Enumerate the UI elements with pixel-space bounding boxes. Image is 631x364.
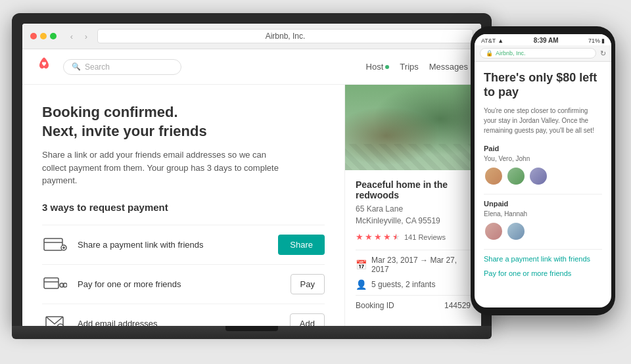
phone-main-title: There's only $80 left to pay	[484, 71, 602, 99]
host-online-dot	[385, 65, 389, 69]
trips-nav-item[interactable]: Trips	[400, 62, 418, 72]
phone-divider-2	[484, 249, 602, 250]
pay-friends-label: Pay for one or more friends	[78, 279, 291, 289]
calendar-icon: 📅	[356, 260, 366, 270]
star-rating: ★ ★ ★ ★ ★★ 141 Reviews	[356, 232, 471, 242]
messages-nav-item[interactable]: Messages	[429, 62, 468, 72]
phone-battery: 71% ▮	[588, 37, 605, 44]
minimize-button[interactable]	[40, 33, 47, 39]
avatar-john	[528, 166, 548, 186]
property-address: 65 Kara Lane McKinleyville, CA 95519	[356, 203, 471, 227]
host-nav-item[interactable]: Host	[366, 62, 390, 72]
unpaid-avatars	[484, 221, 602, 241]
phone-screen: AT&T ▲ 8:39 AM 71% ▮ 🔒 Airbnb, Inc. ↻	[475, 34, 611, 307]
search-placeholder: Search	[85, 62, 110, 72]
date-detail: 📅 Mar 23, 2017 → Mar 27, 2017	[356, 256, 471, 274]
maximize-button[interactable]	[50, 33, 57, 39]
star-4: ★	[383, 232, 391, 242]
lock-icon: 🔒	[486, 50, 493, 57]
airbnb-logo-icon[interactable]	[35, 56, 53, 78]
phone-browser-bar: 🔒 Airbnb, Inc. ↻	[475, 45, 611, 62]
payment-option-share: Share a payment link with friends Share	[42, 225, 325, 264]
share-button[interactable]: Share	[278, 235, 325, 255]
property-info: Peaceful home in the redwoods 65 Kara La…	[345, 170, 481, 319]
paid-avatars	[484, 166, 602, 186]
browser-chrome: ‹ › Airbnb, Inc.	[22, 24, 481, 49]
phone-pay-link[interactable]: Pay for one or more friends	[484, 269, 602, 277]
payment-option-email: Add email addresses Add	[42, 304, 325, 326]
payment-link-icon	[42, 235, 68, 254]
property-image	[345, 85, 481, 170]
pay-friends-icon	[42, 274, 68, 294]
battery-icon: ▮	[601, 37, 605, 44]
phone-url-bar[interactable]: 🔒 Airbnb, Inc.	[480, 48, 596, 58]
back-button[interactable]: ‹	[66, 30, 78, 42]
add-button[interactable]: Add	[290, 313, 325, 326]
paid-label: Paid	[484, 145, 602, 152]
phone-share-link[interactable]: Share a payment link with friends	[484, 255, 602, 263]
phone-url-text: Airbnb, Inc.	[496, 50, 526, 57]
browser-content: Booking confirmed. Next, invite your fri…	[22, 85, 481, 326]
ways-to-pay-title: 3 ways to request payment	[42, 202, 325, 213]
right-panel: Peaceful home in the redwoods 65 Kara La…	[344, 85, 481, 326]
share-link-label: Share a payment link with friends	[78, 240, 278, 250]
booking-description: Share a link or add your friends email a…	[42, 148, 292, 187]
refresh-icon[interactable]: ↻	[600, 49, 606, 58]
traffic-lights	[30, 33, 57, 39]
avatar-you	[484, 166, 503, 186]
phone-carrier: AT&T ▲	[481, 37, 503, 44]
phone-content: There's only $80 left to pay You're one …	[475, 62, 611, 307]
close-button[interactable]	[30, 33, 37, 39]
avatar-elena	[484, 221, 503, 241]
guests-detail: 👤 5 guests, 2 infants	[356, 279, 471, 290]
forward-button[interactable]: ›	[80, 30, 92, 42]
star-2: ★	[365, 232, 373, 242]
phone-time: 8:39 AM	[534, 37, 559, 44]
star-3: ★	[374, 232, 382, 242]
wifi-icon: ▲	[498, 37, 503, 44]
laptop-base	[12, 326, 492, 339]
nav-links: Host Trips Messages	[366, 62, 468, 72]
booking-confirmed-title: Booking confirmed. Next, invite your fri…	[42, 103, 325, 141]
address-bar[interactable]: Airbnb, Inc.	[97, 29, 473, 43]
booking-id-row: Booking ID 144529	[356, 295, 471, 310]
phone-divider	[484, 194, 602, 194]
avatar-hannah	[506, 221, 526, 241]
search-icon: 🔍	[72, 62, 81, 71]
unpaid-users: Elena, Hannah	[484, 210, 602, 217]
svg-rect-0	[44, 239, 62, 250]
payment-option-pay: Pay for one or more friends Pay	[42, 264, 325, 304]
airbnb-nav: 🔍 Search Host Trips Messages	[22, 49, 481, 85]
reviews-count: 141 Reviews	[404, 233, 446, 241]
property-name: Peaceful home in the redwoods	[356, 179, 471, 200]
guests-icon: 👤	[356, 279, 366, 290]
unpaid-label: Unpaid	[484, 200, 602, 208]
left-panel: Booking confirmed. Next, invite your fri…	[22, 85, 344, 326]
laptop: ‹ › Airbnb, Inc. 🔍 Search	[12, 13, 492, 348]
email-icon	[42, 313, 68, 326]
phone: AT&T ▲ 8:39 AM 71% ▮ 🔒 Airbnb, Inc. ↻	[471, 26, 615, 315]
search-input[interactable]: 🔍 Search	[63, 59, 181, 75]
phone-description: You're one step closer to confirming you…	[484, 106, 602, 135]
pay-button[interactable]: Pay	[291, 274, 325, 294]
email-label: Add email addresses	[78, 319, 290, 326]
star-5-half: ★★	[392, 232, 400, 242]
booking-id-label: Booking ID	[356, 301, 394, 310]
svg-rect-5	[44, 278, 58, 288]
star-1: ★	[356, 232, 363, 242]
avatar-vero	[506, 166, 526, 186]
booking-id-value: 144529	[444, 301, 471, 310]
phone-status-bar: AT&T ▲ 8:39 AM 71% ▮	[475, 34, 611, 45]
paid-users: You, Vero, John	[484, 155, 602, 162]
